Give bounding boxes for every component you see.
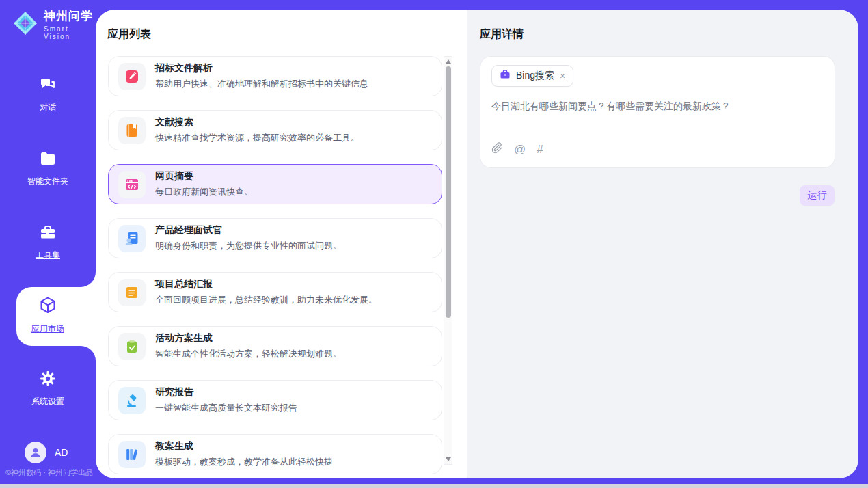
app-name: 网页摘要 bbox=[155, 170, 253, 182]
research-report-icon bbox=[118, 387, 146, 414]
scrollbar-thumb[interactable] bbox=[446, 66, 451, 318]
interviewer-icon bbox=[118, 225, 146, 252]
app-name: 教案生成 bbox=[155, 440, 333, 452]
app-item-bid-parse[interactable]: 招标文件解析 帮助用户快速、准确地理解和解析招标书中的关键信息 bbox=[108, 56, 442, 96]
app-list-panel: 应用列表 招标文件解析 帮助用户快速、准确地理解和解析招标书中的关键信息 bbox=[96, 10, 467, 478]
app-description: 每日政府新闻资讯快查。 bbox=[155, 186, 253, 198]
app-name: 招标文件解析 bbox=[155, 62, 368, 74]
diamond-logo-icon bbox=[12, 10, 38, 39]
app-description: 帮助用户快速、准确地理解和解析招标书中的关键信息 bbox=[155, 78, 368, 90]
sidebar-item-label: 系统设置 bbox=[31, 396, 64, 407]
app-description: 模板驱动，教案秒成，教学准备从此轻松快捷 bbox=[155, 456, 333, 468]
sidebar-item-label: 应用市场 bbox=[31, 323, 64, 335]
bid-parse-icon bbox=[118, 63, 146, 90]
app-item-project-summary[interactable]: 项目总结汇报 全面回顾项目进展，总结经验教训，助力未来优化发展。 bbox=[108, 272, 442, 312]
app-item-interviewer[interactable]: 产品经理面试官 明确身份和职责，为您提供专业性的面试问题。 bbox=[108, 218, 442, 258]
prompt-input[interactable]: 今日湖北有哪些新闻要点？有哪些需要关注的最新政策？ bbox=[491, 99, 824, 113]
run-button[interactable]: 运行 bbox=[800, 185, 835, 206]
app-list-title: 应用列表 bbox=[107, 27, 151, 42]
literature-search-icon bbox=[118, 117, 146, 144]
sidebar-item-app-market[interactable]: 应用市场 bbox=[0, 295, 96, 335]
app-name: 研究报告 bbox=[155, 386, 297, 398]
content-area: 应用列表 招标文件解析 帮助用户快速、准确地理解和解析招标书中的关键信息 bbox=[96, 10, 858, 478]
app-name: 文献搜索 bbox=[155, 116, 360, 128]
hash-icon[interactable]: # bbox=[537, 144, 543, 155]
chat-icon bbox=[38, 75, 57, 97]
app-detail-panel: 应用详情 Bing搜索 × 今日湖北有哪些新闻要点？有哪些需要关注的最新政策？ bbox=[467, 10, 858, 478]
sidebar-item-settings[interactable]: 系统设置 bbox=[0, 369, 96, 407]
briefcase-icon bbox=[500, 69, 511, 83]
app-detail-title: 应用详情 bbox=[480, 27, 524, 42]
active-tab-curve-bottom bbox=[81, 346, 96, 361]
folder-icon bbox=[38, 149, 57, 171]
gear-icon bbox=[38, 369, 57, 391]
scroll-up-arrow-icon[interactable] bbox=[446, 59, 451, 64]
app-name: 活动方案生成 bbox=[155, 332, 342, 344]
mention-icon[interactable]: @ bbox=[514, 144, 526, 155]
scroll-down-arrow-icon[interactable] bbox=[446, 457, 451, 461]
lesson-plan-icon bbox=[118, 441, 146, 468]
app-name: 产品经理面试官 bbox=[155, 224, 342, 236]
app-item-lesson-plan[interactable]: 教案生成 模板驱动，教案秒成，教学准备从此轻松快捷 bbox=[108, 434, 442, 474]
web-summary-icon bbox=[118, 171, 146, 198]
app-item-research-report[interactable]: 研究报告 一键智能生成高质量长文本研究报告 bbox=[108, 380, 442, 420]
brand-logo: 神州问学 Smart Vision bbox=[12, 8, 96, 40]
tool-tag-bing-search[interactable]: Bing搜索 × bbox=[491, 65, 573, 87]
app-description: 一键智能生成高质量长文本研究报告 bbox=[155, 402, 297, 414]
paperclip-icon[interactable] bbox=[491, 142, 503, 157]
sidebar: 神州问学 Smart Vision 对话 智能文件夹 bbox=[0, 0, 96, 488]
copyright-note: ©神州数码 · 神州问学出品 bbox=[5, 467, 93, 478]
sidebar-item-label: 对话 bbox=[40, 102, 56, 113]
list-scrollbar[interactable] bbox=[444, 56, 452, 465]
brand-name: 神州问学 bbox=[44, 8, 96, 24]
bottom-edge-strip bbox=[0, 484, 868, 488]
sidebar-item-label: 工具集 bbox=[36, 249, 60, 261]
app-description: 智能生成个性化活动方案，轻松解决规划难题。 bbox=[155, 348, 342, 360]
brand-subtitle: Smart Vision bbox=[44, 25, 96, 40]
input-toolbar: @ # bbox=[491, 142, 543, 157]
app-name: 项目总结汇报 bbox=[155, 278, 377, 290]
sidebar-item-label: 智能文件夹 bbox=[27, 176, 68, 187]
active-tab-curve-top bbox=[81, 272, 96, 287]
event-plan-icon bbox=[118, 333, 146, 360]
user-account[interactable]: AD bbox=[25, 442, 68, 463]
app-item-literature-search[interactable]: 文献搜索 快速精准查找学术资源，提高研究效率的必备工具。 bbox=[108, 110, 442, 150]
project-summary-icon bbox=[118, 279, 146, 306]
sidebar-item-toolset[interactable]: 工具集 bbox=[0, 223, 96, 261]
avatar bbox=[25, 442, 46, 463]
app-item-web-summary[interactable]: 网页摘要 每日政府新闻资讯快查。 bbox=[108, 164, 442, 204]
toolbox-icon bbox=[38, 223, 57, 245]
app-description: 全面回顾项目进展，总结经验教训，助力未来优化发展。 bbox=[155, 294, 377, 306]
prompt-card[interactable]: Bing搜索 × 今日湖北有哪些新闻要点？有哪些需要关注的最新政策？ @ # bbox=[480, 56, 835, 168]
app-item-event-plan[interactable]: 活动方案生成 智能生成个性化活动方案，轻松解决规划难题。 bbox=[108, 326, 442, 366]
close-icon[interactable]: × bbox=[560, 71, 565, 81]
user-name: AD bbox=[55, 447, 68, 458]
cube-icon bbox=[38, 295, 58, 318]
sidebar-item-smart-folder[interactable]: 智能文件夹 bbox=[0, 149, 96, 187]
tool-tag-label: Bing搜索 bbox=[516, 70, 554, 82]
app-list: 招标文件解析 帮助用户快速、准确地理解和解析招标书中的关键信息 文献搜索 快速精… bbox=[108, 56, 442, 474]
sidebar-item-chat[interactable]: 对话 bbox=[0, 75, 96, 113]
app-description: 明确身份和职责，为您提供专业性的面试问题。 bbox=[155, 240, 342, 252]
app-description: 快速精准查找学术资源，提高研究效率的必备工具。 bbox=[155, 132, 360, 144]
